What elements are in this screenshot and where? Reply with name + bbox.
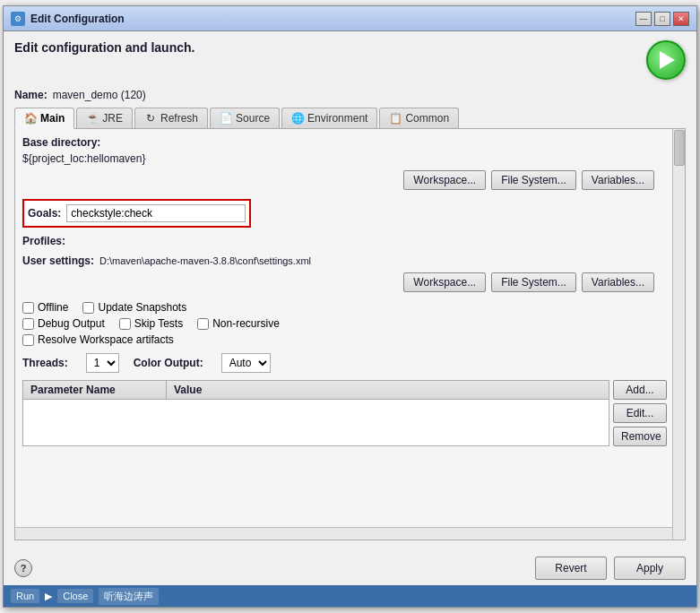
base-directory-value: ${project_loc:hellomaven} (22, 152, 667, 165)
param-buttons: Add... Edit... Remove (613, 380, 667, 446)
tab-jre-label: JRE (102, 112, 123, 125)
color-output-label: Color Output: (134, 357, 203, 369)
name-row: Name: maven_demo (120) (14, 89, 686, 101)
goals-row: Goals: (22, 199, 251, 228)
buttons-row-1: Workspace... File System... Variables... (22, 170, 667, 190)
tab-main-label: Main (40, 112, 65, 125)
watermark-text: 听海边涛声 (99, 588, 159, 605)
threads-label: Threads: (22, 357, 68, 369)
tabs-bar: 🏠 Main ☕ JRE ↻ Refresh 📄 Source 🌐 Enviro… (14, 107, 686, 129)
user-settings-label: User settings: (22, 255, 94, 267)
param-table: Parameter Name Value (22, 380, 609, 446)
resolve-workspace-checkbox-item[interactable]: Resolve Workspace artifacts (22, 333, 174, 346)
debug-output-label: Debug Output (38, 317, 105, 330)
skip-tests-label: Skip Tests (134, 317, 183, 330)
non-recursive-checkbox[interactable] (197, 318, 209, 330)
update-snapshots-checkbox[interactable] (82, 302, 94, 314)
tab-environment[interactable]: 🌐 Environment (281, 108, 377, 128)
add-param-button[interactable]: Add... (613, 380, 667, 400)
header-section: Edit configuration and launch. (14, 40, 686, 80)
scroll-thumb[interactable] (674, 130, 685, 166)
goals-label: Goals: (28, 207, 61, 220)
close-button[interactable]: ✕ (673, 12, 689, 26)
checkboxes-section: Offline Update Snapshots Debug Output (22, 301, 667, 346)
minimize-button[interactable]: — (635, 12, 652, 26)
status-separator: ▶ (45, 591, 52, 602)
horizontal-scrollbar[interactable] (15, 527, 672, 540)
tab-main[interactable]: 🏠 Main (14, 108, 74, 129)
tab-source-label: Source (236, 112, 270, 125)
tab-common-label: Common (405, 112, 449, 125)
checkbox-row-3: Resolve Workspace artifacts (22, 333, 667, 346)
panel-content: Base directory: ${project_loc:hellomaven… (15, 129, 685, 527)
param-table-body (23, 400, 609, 445)
buttons-row-2: Workspace... File System... Variables... (22, 272, 667, 292)
help-button[interactable]: ? (14, 559, 32, 577)
non-recursive-checkbox-item[interactable]: Non-recursive (197, 317, 280, 330)
param-table-header: Parameter Name Value (23, 381, 609, 400)
param-name-column-header: Parameter Name (23, 381, 167, 399)
user-settings-value: D:\maven\apache-maven-3.8.8\conf\setting… (99, 255, 311, 266)
run-button-large[interactable] (646, 40, 686, 80)
goals-input[interactable] (66, 204, 246, 222)
footer-buttons: Revert Apply (535, 557, 686, 580)
vertical-scrollbar[interactable] (672, 129, 685, 540)
common-tab-icon: 📋 (389, 112, 402, 125)
close-status-button[interactable]: Close (57, 589, 93, 603)
workspace-button-1[interactable]: Workspace... (403, 170, 486, 190)
file-system-button-1[interactable]: File System... (491, 170, 576, 190)
variables-button-2[interactable]: Variables... (582, 272, 654, 292)
maximize-button[interactable]: □ (654, 12, 670, 26)
workspace-button-2[interactable]: Workspace... (403, 272, 486, 292)
debug-output-checkbox[interactable] (22, 318, 34, 330)
color-output-select[interactable]: Auto On Off (221, 353, 271, 373)
offline-checkbox-item[interactable]: Offline (22, 301, 68, 314)
threads-select[interactable]: 1 2 4 8 (86, 353, 119, 373)
name-value: maven_demo (120) (53, 89, 146, 101)
run-triangle-icon (660, 51, 675, 69)
checkbox-row-1: Offline Update Snapshots (22, 301, 667, 314)
file-system-button-2[interactable]: File System... (491, 272, 576, 292)
header-text: Edit configuration and launch. (14, 40, 646, 55)
resolve-workspace-label: Resolve Workspace artifacts (38, 333, 174, 346)
resolve-workspace-checkbox[interactable] (22, 334, 34, 346)
profiles-label: Profiles: (22, 235, 65, 247)
revert-button[interactable]: Revert (535, 557, 607, 580)
base-directory-label: Base directory: (22, 136, 667, 149)
tab-jre[interactable]: ☕ JRE (76, 108, 133, 128)
edit-configuration-window: ⚙ Edit Configuration — □ ✕ Edit configur… (3, 5, 697, 608)
main-tab-icon: 🏠 (24, 112, 37, 125)
user-settings-row: User settings: D:\maven\apache-maven-3.8… (22, 255, 667, 267)
apply-button[interactable]: Apply (614, 557, 686, 580)
debug-output-checkbox-item[interactable]: Debug Output (22, 317, 105, 330)
name-label: Name: (14, 89, 48, 101)
profiles-row: Profiles: (22, 235, 667, 247)
edit-param-button[interactable]: Edit... (613, 403, 667, 423)
tab-source[interactable]: 📄 Source (210, 108, 280, 128)
tab-refresh[interactable]: ↻ Refresh (134, 108, 208, 128)
run-status-button[interactable]: Run (11, 589, 39, 603)
skip-tests-checkbox[interactable] (119, 318, 131, 330)
environment-tab-icon: 🌐 (291, 112, 304, 125)
window-icon: ⚙ (11, 12, 25, 26)
main-panel: Base directory: ${project_loc:hellomaven… (14, 129, 686, 540)
tab-common[interactable]: 📋 Common (379, 108, 459, 128)
non-recursive-label: Non-recursive (212, 317, 280, 330)
remove-param-button[interactable]: Remove (613, 427, 667, 446)
window-body: Edit configuration and launch. Name: mav… (4, 31, 696, 549)
tab-environment-label: Environment (307, 112, 367, 125)
status-bar: Run ▶ Close 听海边涛声 (4, 585, 696, 607)
variables-button-1[interactable]: Variables... (582, 170, 654, 190)
footer: ? Revert Apply (4, 549, 696, 585)
refresh-tab-icon: ↻ (144, 112, 157, 125)
title-bar: ⚙ Edit Configuration — □ ✕ (4, 6, 696, 31)
window-title: Edit Configuration (30, 13, 635, 25)
offline-checkbox[interactable] (22, 302, 34, 314)
update-snapshots-label: Update Snapshots (98, 301, 186, 314)
jre-tab-icon: ☕ (86, 112, 99, 125)
update-snapshots-checkbox-item[interactable]: Update Snapshots (82, 301, 186, 314)
param-value-column-header: Value (167, 381, 609, 399)
skip-tests-checkbox-item[interactable]: Skip Tests (119, 317, 183, 330)
offline-label: Offline (38, 301, 68, 314)
source-tab-icon: 📄 (220, 112, 232, 125)
